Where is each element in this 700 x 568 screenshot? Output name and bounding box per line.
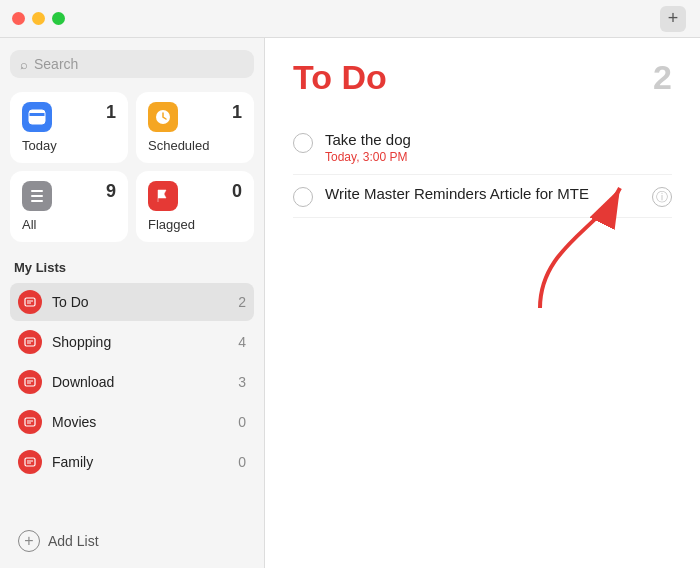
all-count: 9: [106, 181, 116, 202]
add-list-button[interactable]: + Add List: [10, 520, 254, 556]
add-list-icon: +: [18, 530, 40, 552]
reminder-checkbox-0[interactable]: [293, 133, 313, 153]
today-count: 1: [106, 102, 116, 123]
reminder-checkbox-1[interactable]: [293, 187, 313, 207]
all-label: All: [22, 217, 116, 232]
list-count-shopping: 4: [238, 334, 246, 350]
flagged-label: Flagged: [148, 217, 242, 232]
svg-rect-0: [29, 110, 45, 124]
add-list-label: Add List: [48, 533, 99, 549]
smart-tile-scheduled[interactable]: 1 Scheduled: [136, 92, 254, 163]
minimize-button[interactable]: [32, 12, 45, 25]
list-dot-download: [18, 370, 42, 394]
svg-rect-16: [25, 458, 35, 466]
list-item-family[interactable]: Family 0: [10, 443, 254, 481]
svg-rect-10: [25, 378, 35, 386]
list-count-download: 3: [238, 374, 246, 390]
info-button[interactable]: ⓘ: [652, 187, 672, 207]
reminder-item-1[interactable]: Write Master Reminders Article for MTE ⓘ: [293, 175, 672, 218]
list-count-family: 0: [238, 454, 246, 470]
main-count: 2: [653, 58, 672, 97]
all-icon: [22, 181, 52, 211]
list-name-todo: To Do: [52, 294, 238, 310]
main-content: To Do 2 Take the dog Today, 3:00 PM Writ…: [265, 38, 700, 568]
list-name-movies: Movies: [52, 414, 238, 430]
main-header: To Do 2: [293, 58, 672, 97]
search-bar[interactable]: ⌕ Search: [10, 50, 254, 78]
today-icon: [22, 102, 52, 132]
close-button[interactable]: [12, 12, 25, 25]
list-item-shopping[interactable]: Shopping 4: [10, 323, 254, 361]
scheduled-label: Scheduled: [148, 138, 242, 153]
title-bar: +: [0, 0, 700, 38]
svg-rect-13: [25, 418, 35, 426]
reminder-date-0: Today, 3:00 PM: [325, 150, 672, 164]
reminder-title-1: Write Master Reminders Article for MTE: [325, 185, 652, 202]
list-dot-family: [18, 450, 42, 474]
smart-tile-today[interactable]: 1 Today: [10, 92, 128, 163]
reminder-body-0: Take the dog Today, 3:00 PM: [325, 131, 672, 164]
flagged-count: 0: [232, 181, 242, 202]
reminder-list: Take the dog Today, 3:00 PM Write Master…: [293, 121, 672, 218]
list-name-download: Download: [52, 374, 238, 390]
add-reminder-button[interactable]: +: [660, 6, 686, 32]
search-placeholder: Search: [34, 56, 78, 72]
list-dot-todo: [18, 290, 42, 314]
today-label: Today: [22, 138, 116, 153]
reminder-item-0[interactable]: Take the dog Today, 3:00 PM: [293, 121, 672, 175]
list-item-download[interactable]: Download 3: [10, 363, 254, 401]
fullscreen-button[interactable]: [52, 12, 65, 25]
smart-tile-flagged[interactable]: 0 Flagged: [136, 171, 254, 242]
list-item-movies[interactable]: Movies 0: [10, 403, 254, 441]
list-dot-shopping: [18, 330, 42, 354]
svg-rect-7: [25, 338, 35, 346]
smart-tile-all[interactable]: 9 All: [10, 171, 128, 242]
smart-tiles-grid: 1 Today 1 Scheduled 9: [10, 92, 254, 242]
svg-rect-4: [25, 298, 35, 306]
main-title: To Do: [293, 58, 387, 97]
list-count-todo: 2: [238, 294, 246, 310]
app-layout: ⌕ Search 1 Today 1 Scheduled: [0, 38, 700, 568]
scheduled-icon: [148, 102, 178, 132]
reminder-body-1: Write Master Reminders Article for MTE: [325, 185, 652, 204]
search-icon: ⌕: [20, 57, 28, 72]
reminder-title-0: Take the dog: [325, 131, 672, 148]
sidebar: ⌕ Search 1 Today 1 Scheduled: [0, 38, 265, 568]
scheduled-count: 1: [232, 102, 242, 123]
my-lists-section-title: My Lists: [10, 260, 254, 275]
list-count-movies: 0: [238, 414, 246, 430]
my-lists: To Do 2 Shopping 4 Download 3: [10, 283, 254, 520]
list-name-shopping: Shopping: [52, 334, 238, 350]
list-item-todo[interactable]: To Do 2: [10, 283, 254, 321]
flagged-icon: [148, 181, 178, 211]
svg-rect-1: [29, 113, 45, 116]
list-dot-movies: [18, 410, 42, 434]
list-name-family: Family: [52, 454, 238, 470]
traffic-lights: [12, 12, 65, 25]
